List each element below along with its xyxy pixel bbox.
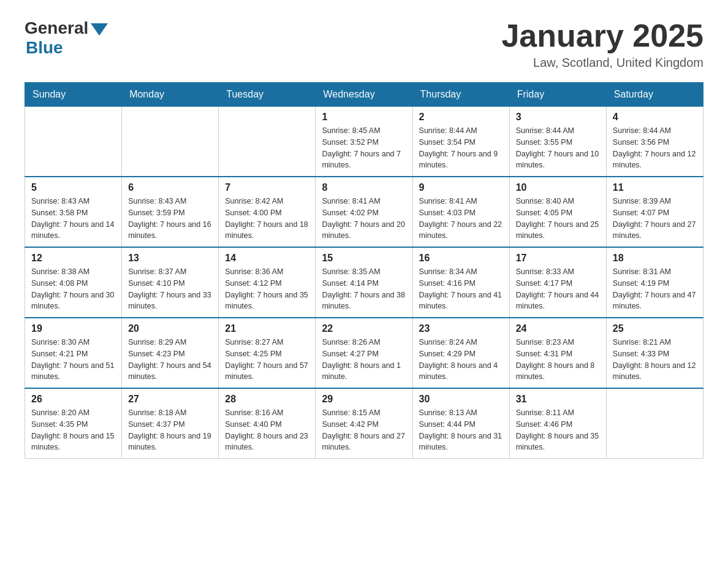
calendar-cell (219, 107, 316, 177)
column-header-friday: Friday (509, 83, 606, 107)
calendar-cell: 13Sunrise: 8:37 AM Sunset: 4:10 PM Dayli… (122, 247, 219, 318)
day-number: 20 (128, 323, 212, 334)
day-number: 19 (31, 323, 115, 334)
calendar-cell: 21Sunrise: 8:27 AM Sunset: 4:25 PM Dayli… (219, 318, 316, 388)
calendar-cell: 25Sunrise: 8:21 AM Sunset: 4:33 PM Dayli… (606, 318, 703, 388)
calendar-cell: 30Sunrise: 8:13 AM Sunset: 4:44 PM Dayli… (412, 388, 509, 459)
calendar-cell: 3Sunrise: 8:44 AM Sunset: 3:55 PM Daylig… (509, 107, 606, 177)
day-info: Sunrise: 8:37 AM Sunset: 4:10 PM Dayligh… (128, 266, 212, 312)
day-number: 11 (613, 182, 697, 193)
calendar-cell: 18Sunrise: 8:31 AM Sunset: 4:19 PM Dayli… (606, 247, 703, 318)
day-info: Sunrise: 8:11 AM Sunset: 4:46 PM Dayligh… (516, 407, 600, 453)
day-number: 31 (516, 394, 600, 405)
calendar-cell: 1Sunrise: 8:45 AM Sunset: 3:52 PM Daylig… (316, 107, 412, 177)
day-info: Sunrise: 8:41 AM Sunset: 4:03 PM Dayligh… (419, 196, 503, 242)
day-info: Sunrise: 8:15 AM Sunset: 4:42 PM Dayligh… (322, 407, 406, 453)
logo-general-text: General (25, 18, 88, 38)
day-number: 2 (419, 112, 503, 123)
month-title: January 2025 (501, 18, 703, 53)
day-number: 26 (31, 394, 115, 405)
day-number: 14 (225, 253, 309, 264)
calendar-cell: 7Sunrise: 8:42 AM Sunset: 4:00 PM Daylig… (219, 177, 316, 247)
calendar-cell: 22Sunrise: 8:26 AM Sunset: 4:27 PM Dayli… (316, 318, 412, 388)
column-header-tuesday: Tuesday (219, 83, 316, 107)
day-number: 1 (322, 112, 406, 123)
logo-arrow-icon (91, 23, 108, 36)
calendar-cell: 6Sunrise: 8:43 AM Sunset: 3:59 PM Daylig… (122, 177, 219, 247)
calendar-cell: 4Sunrise: 8:44 AM Sunset: 3:56 PM Daylig… (606, 107, 703, 177)
day-number: 15 (322, 253, 406, 264)
calendar-week-row: 19Sunrise: 8:30 AM Sunset: 4:21 PM Dayli… (25, 318, 703, 388)
day-number: 6 (128, 182, 212, 193)
day-info: Sunrise: 8:36 AM Sunset: 4:12 PM Dayligh… (225, 266, 309, 312)
logo-blue-text: Blue (26, 38, 63, 58)
calendar-cell: 16Sunrise: 8:34 AM Sunset: 4:16 PM Dayli… (412, 247, 509, 318)
calendar-cell: 11Sunrise: 8:39 AM Sunset: 4:07 PM Dayli… (606, 177, 703, 247)
day-info: Sunrise: 8:38 AM Sunset: 4:08 PM Dayligh… (31, 266, 115, 312)
calendar-cell: 28Sunrise: 8:16 AM Sunset: 4:40 PM Dayli… (219, 388, 316, 459)
day-info: Sunrise: 8:30 AM Sunset: 4:21 PM Dayligh… (31, 337, 115, 383)
day-info: Sunrise: 8:20 AM Sunset: 4:35 PM Dayligh… (31, 407, 115, 453)
calendar-cell: 26Sunrise: 8:20 AM Sunset: 4:35 PM Dayli… (25, 388, 122, 459)
day-info: Sunrise: 8:43 AM Sunset: 3:58 PM Dayligh… (31, 196, 115, 242)
day-info: Sunrise: 8:44 AM Sunset: 3:54 PM Dayligh… (419, 125, 503, 171)
day-number: 8 (322, 182, 406, 193)
calendar-cell (606, 388, 703, 459)
day-number: 10 (516, 182, 600, 193)
day-info: Sunrise: 8:40 AM Sunset: 4:05 PM Dayligh… (516, 196, 600, 242)
day-number: 13 (128, 253, 212, 264)
calendar-cell: 24Sunrise: 8:23 AM Sunset: 4:31 PM Dayli… (509, 318, 606, 388)
day-number: 28 (225, 394, 309, 405)
calendar-cell: 29Sunrise: 8:15 AM Sunset: 4:42 PM Dayli… (316, 388, 412, 459)
calendar-cell: 8Sunrise: 8:41 AM Sunset: 4:02 PM Daylig… (316, 177, 412, 247)
day-number: 22 (322, 323, 406, 334)
column-header-thursday: Thursday (412, 83, 509, 107)
day-number: 17 (516, 253, 600, 264)
title-section: January 2025 Law, Scotland, United Kingd… (501, 18, 703, 70)
day-info: Sunrise: 8:21 AM Sunset: 4:33 PM Dayligh… (613, 337, 697, 383)
day-number: 23 (419, 323, 503, 334)
calendar-cell: 27Sunrise: 8:18 AM Sunset: 4:37 PM Dayli… (122, 388, 219, 459)
calendar-week-row: 1Sunrise: 8:45 AM Sunset: 3:52 PM Daylig… (25, 107, 703, 177)
day-info: Sunrise: 8:45 AM Sunset: 3:52 PM Dayligh… (322, 125, 406, 171)
day-number: 9 (419, 182, 503, 193)
day-number: 16 (419, 253, 503, 264)
calendar-cell: 23Sunrise: 8:24 AM Sunset: 4:29 PM Dayli… (412, 318, 509, 388)
day-info: Sunrise: 8:26 AM Sunset: 4:27 PM Dayligh… (322, 337, 406, 383)
column-header-saturday: Saturday (606, 83, 703, 107)
day-number: 7 (225, 182, 309, 193)
day-info: Sunrise: 8:34 AM Sunset: 4:16 PM Dayligh… (419, 266, 503, 312)
page-header: General Blue January 2025 Law, Scotland,… (25, 18, 703, 70)
day-number: 12 (31, 253, 115, 264)
day-info: Sunrise: 8:44 AM Sunset: 3:56 PM Dayligh… (613, 125, 697, 171)
day-number: 3 (516, 112, 600, 123)
day-info: Sunrise: 8:39 AM Sunset: 4:07 PM Dayligh… (613, 196, 697, 242)
day-number: 30 (419, 394, 503, 405)
calendar-cell: 10Sunrise: 8:40 AM Sunset: 4:05 PM Dayli… (509, 177, 606, 247)
column-header-sunday: Sunday (25, 83, 122, 107)
calendar-header-row: SundayMondayTuesdayWednesdayThursdayFrid… (25, 83, 703, 107)
day-number: 5 (31, 182, 115, 193)
location-text: Law, Scotland, United Kingdom (501, 56, 703, 70)
calendar-cell: 14Sunrise: 8:36 AM Sunset: 4:12 PM Dayli… (219, 247, 316, 318)
day-info: Sunrise: 8:33 AM Sunset: 4:17 PM Dayligh… (516, 266, 600, 312)
calendar-cell: 19Sunrise: 8:30 AM Sunset: 4:21 PM Dayli… (25, 318, 122, 388)
calendar-cell (25, 107, 122, 177)
calendar-cell: 17Sunrise: 8:33 AM Sunset: 4:17 PM Dayli… (509, 247, 606, 318)
calendar-cell: 9Sunrise: 8:41 AM Sunset: 4:03 PM Daylig… (412, 177, 509, 247)
calendar-week-row: 5Sunrise: 8:43 AM Sunset: 3:58 PM Daylig… (25, 177, 703, 247)
day-info: Sunrise: 8:13 AM Sunset: 4:44 PM Dayligh… (419, 407, 503, 453)
column-header-monday: Monday (122, 83, 219, 107)
calendar-cell: 20Sunrise: 8:29 AM Sunset: 4:23 PM Dayli… (122, 318, 219, 388)
day-info: Sunrise: 8:44 AM Sunset: 3:55 PM Dayligh… (516, 125, 600, 171)
calendar-cell: 31Sunrise: 8:11 AM Sunset: 4:46 PM Dayli… (509, 388, 606, 459)
day-number: 21 (225, 323, 309, 334)
calendar-week-row: 12Sunrise: 8:38 AM Sunset: 4:08 PM Dayli… (25, 247, 703, 318)
day-number: 27 (128, 394, 212, 405)
day-info: Sunrise: 8:35 AM Sunset: 4:14 PM Dayligh… (322, 266, 406, 312)
day-info: Sunrise: 8:42 AM Sunset: 4:00 PM Dayligh… (225, 196, 309, 242)
calendar-table: SundayMondayTuesdayWednesdayThursdayFrid… (25, 82, 703, 459)
logo: General Blue (25, 18, 108, 58)
day-info: Sunrise: 8:41 AM Sunset: 4:02 PM Dayligh… (322, 196, 406, 242)
day-info: Sunrise: 8:43 AM Sunset: 3:59 PM Dayligh… (128, 196, 212, 242)
